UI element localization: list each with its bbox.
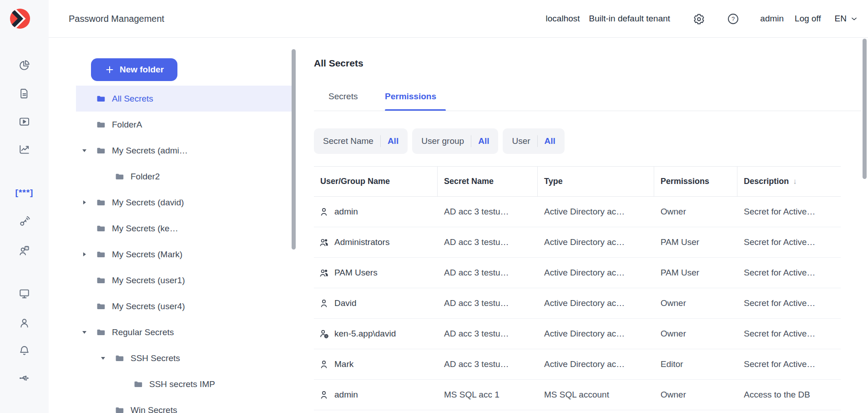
type-cell: Active Directory ac… [538, 349, 654, 379]
type-cell: Active Directory ac… [538, 258, 654, 288]
filter-secret-name[interactable]: Secret Name All [314, 128, 408, 154]
page-scrollbar[interactable] [863, 39, 867, 179]
filter-label: User [512, 136, 530, 146]
column-header-description[interactable]: Description ↓ [737, 167, 841, 196]
tree-item-ssh-secrets-imp[interactable]: SSH secrets IMP [76, 371, 295, 397]
secret-name-cell: AD acc 3 testu… [438, 349, 538, 379]
user-icon[interactable] [0, 317, 49, 329]
user-group-name: admin [334, 390, 358, 400]
filter-divider [537, 135, 538, 147]
tree-item-foldera[interactable]: FolderA [76, 112, 295, 138]
tree-item-label: Win Secrets [131, 405, 177, 413]
type-cell: MS SQL account [538, 380, 654, 410]
secret-name-cell: AD acc 3 testu… [438, 319, 538, 349]
user-question-icon[interactable] [0, 245, 49, 257]
plus-icon [105, 65, 115, 75]
column-header-type[interactable]: Type [538, 167, 654, 196]
permissions-cell: Owner [654, 197, 737, 227]
user-icon [319, 390, 329, 400]
tab-secrets[interactable]: Secrets [328, 92, 358, 102]
table-row[interactable]: PAM Users AD acc 3 testu… Active Directo… [314, 258, 841, 288]
left-nav-rail: [***] [0, 0, 49, 413]
tree-item-label: FolderA [112, 120, 142, 130]
filter-value[interactable]: All [545, 136, 555, 146]
folder-icon [96, 94, 106, 103]
tree-item-label: All Secrets [112, 94, 153, 104]
table-row[interactable]: Administrators AD acc 3 testu… Active Di… [314, 227, 841, 258]
monitor-icon[interactable] [0, 287, 49, 300]
secret-name-cell: AD acc 3 testu… [438, 288, 538, 318]
current-user[interactable]: admin [760, 14, 784, 24]
sort-descending-icon[interactable]: ↓ [793, 177, 797, 186]
filter-value[interactable]: All [388, 136, 399, 146]
filter-label: Secret Name [323, 136, 373, 146]
tenant-selector[interactable]: Built-in default tenant [589, 14, 671, 24]
secret-name-cell: AD acc 3 testu… [438, 258, 538, 288]
tree-item-regular-secrets[interactable]: Regular Secrets [76, 319, 295, 345]
caret-right-icon[interactable] [76, 251, 96, 258]
caret-down-icon[interactable] [76, 329, 96, 336]
filter-value[interactable]: All [478, 136, 489, 146]
user-group-name: David [334, 298, 357, 308]
video-play-icon[interactable] [0, 116, 49, 128]
folder-icon [96, 224, 106, 233]
tree-item-all-secrets[interactable]: All Secrets [76, 86, 295, 112]
language-label: EN [835, 14, 847, 24]
column-header-user-group-name[interactable]: User/Group Name [314, 167, 438, 196]
gear-icon[interactable] [693, 13, 705, 25]
folder-icon [96, 146, 106, 155]
pie-chart-icon[interactable] [0, 59, 49, 71]
help-icon[interactable] [727, 13, 739, 25]
caret-down-icon[interactable] [95, 355, 115, 362]
tree-scrollbar[interactable] [292, 49, 296, 250]
filter-user[interactable]: User All [503, 128, 564, 154]
caret-down-icon[interactable] [76, 147, 96, 154]
tab-permissions[interactable]: Permissions [385, 92, 436, 102]
filter-user-group[interactable]: User group All [412, 128, 498, 154]
description-cell: Access to the DB [737, 380, 841, 410]
log-off-button[interactable]: Log off [795, 14, 821, 24]
tree-item-my-secrets-mark[interactable]: My Secrets (Mark) [76, 241, 295, 267]
tree-item-label: My Secrets (ke… [112, 224, 178, 234]
permissions-cell: Owner [654, 319, 737, 349]
tree-item-ssh-secrets[interactable]: SSH Secrets [76, 345, 295, 371]
tree-item-folder2[interactable]: Folder2 [76, 163, 295, 189]
user-globe-icon [319, 329, 329, 339]
new-folder-button[interactable]: New folder [91, 58, 177, 81]
host-label: localhost [546, 14, 580, 24]
filter-label: User group [421, 136, 464, 146]
caret-right-icon[interactable] [76, 199, 96, 206]
folder-icon [115, 405, 124, 413]
table-row[interactable]: admin AD acc 3 testu… Active Directory a… [314, 197, 841, 227]
usb-icon[interactable] [0, 372, 49, 384]
document-icon[interactable] [0, 87, 49, 100]
tree-item-win-secrets[interactable]: Win Secrets [76, 397, 295, 413]
new-folder-label: New folder [120, 65, 164, 75]
column-header-permissions[interactable]: Permissions [654, 167, 737, 196]
permissions-table: User/Group Name Secret Name Type Permiss… [314, 166, 841, 410]
secret-name-cell: MS SQL acc 1 [438, 380, 538, 410]
line-chart-icon[interactable] [0, 143, 49, 156]
folder-tree: All Secrets FolderA My Secrets (admi… Fo… [49, 86, 300, 413]
password-brackets-icon[interactable]: [***] [0, 188, 49, 198]
bell-icon[interactable] [0, 345, 49, 357]
key-signal-icon[interactable] [0, 215, 49, 228]
type-cell: Active Directory ac… [538, 288, 654, 318]
table-row[interactable]: Mark AD acc 3 testu… Active Directory ac… [314, 349, 841, 380]
tree-item-my-secrets-admin[interactable]: My Secrets (admi… [76, 138, 295, 163]
filter-divider [380, 135, 381, 147]
table-row[interactable]: David AD acc 3 testu… Active Directory a… [314, 288, 841, 319]
tree-item-my-secrets-david[interactable]: My Secrets (david) [76, 189, 295, 215]
table-header-row: User/Group Name Secret Name Type Permiss… [314, 166, 841, 197]
column-header-secret-name[interactable]: Secret Name [438, 167, 538, 196]
table-row[interactable]: ken-5.app\david AD acc 3 testu… Active D… [314, 319, 841, 349]
tree-item-my-secrets-user4[interactable]: My Secrets (user4) [76, 293, 295, 319]
tree-item-my-secrets-ke[interactable]: My Secrets (ke… [76, 215, 295, 241]
table-row[interactable]: admin MS SQL acc 1 MS SQL account Owner … [314, 380, 841, 410]
tree-item-my-secrets-user1[interactable]: My Secrets (user1) [76, 267, 295, 293]
filter-divider [471, 135, 471, 147]
language-selector[interactable]: EN [835, 14, 858, 24]
tree-item-label: My Secrets (Mark) [112, 250, 182, 260]
description-cell: Secret for Active… [737, 227, 841, 257]
folder-icon [115, 353, 124, 363]
